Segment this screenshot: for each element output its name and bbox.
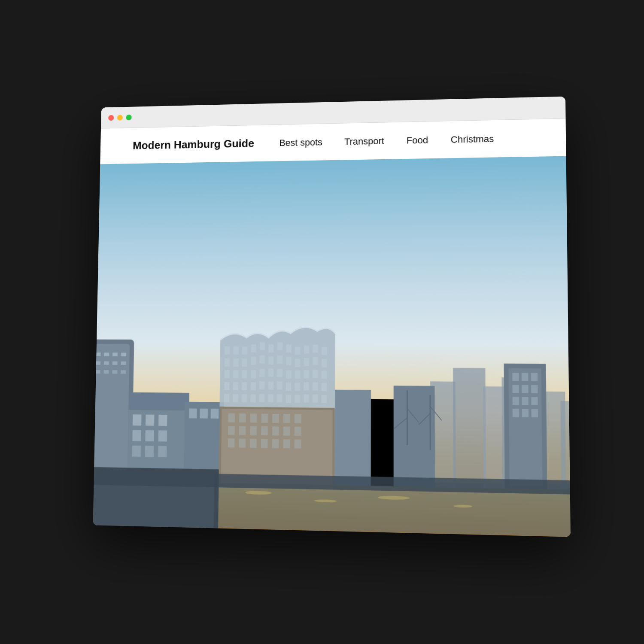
svg-rect-107 <box>224 394 229 402</box>
svg-rect-95 <box>224 382 229 390</box>
nav-links: Best spots Transport Food Christmas <box>279 133 494 148</box>
svg-rect-13 <box>95 361 100 365</box>
svg-rect-81 <box>313 357 318 365</box>
svg-rect-46 <box>239 426 246 435</box>
nav-item-transport: Transport <box>344 135 384 147</box>
svg-rect-72 <box>233 358 238 367</box>
svg-rect-133 <box>513 409 519 417</box>
nav-link-food[interactable]: Food <box>407 134 428 146</box>
nav-link-best-spots[interactable]: Best spots <box>279 137 322 148</box>
svg-rect-69 <box>313 345 318 353</box>
svg-rect-33 <box>189 409 197 419</box>
svg-rect-63 <box>260 342 265 350</box>
minimize-button[interactable] <box>117 115 123 121</box>
svg-rect-64 <box>268 345 273 353</box>
svg-rect-43 <box>283 414 290 423</box>
svg-rect-41 <box>261 414 268 423</box>
svg-rect-61 <box>242 347 247 355</box>
maximize-button[interactable] <box>126 114 131 120</box>
svg-rect-96 <box>233 382 238 390</box>
svg-rect-79 <box>295 359 301 367</box>
svg-rect-68 <box>304 346 310 354</box>
nav-link-christmas[interactable]: Christmas <box>451 133 494 145</box>
svg-rect-48 <box>261 426 268 435</box>
svg-rect-110 <box>250 395 255 403</box>
svg-rect-27 <box>145 430 154 441</box>
svg-rect-53 <box>239 439 246 448</box>
svg-rect-20 <box>121 371 126 374</box>
svg-rect-19 <box>112 371 117 374</box>
svg-rect-100 <box>268 382 274 390</box>
svg-rect-105 <box>313 383 318 391</box>
svg-rect-59 <box>225 346 230 355</box>
svg-rect-115 <box>295 395 300 403</box>
svg-rect-24 <box>146 415 154 426</box>
browser-window: Modern Hamburg Guide Best spots Transpor… <box>93 97 571 537</box>
svg-rect-51 <box>295 427 301 436</box>
svg-rect-23 <box>133 415 141 426</box>
svg-rect-29 <box>132 446 141 457</box>
svg-rect-89 <box>277 369 283 377</box>
hero-image <box>93 156 571 537</box>
svg-rect-109 <box>242 395 247 403</box>
close-button[interactable] <box>108 115 114 121</box>
svg-rect-127 <box>512 385 519 393</box>
svg-rect-57 <box>283 439 290 448</box>
nav-link-transport[interactable]: Transport <box>344 135 384 146</box>
svg-rect-117 <box>313 395 318 403</box>
svg-rect-14 <box>104 361 109 365</box>
scene: Modern Hamburg Guide Best spots Transpor… <box>64 64 580 580</box>
svg-rect-49 <box>272 427 279 436</box>
svg-rect-111 <box>259 394 265 402</box>
svg-rect-11 <box>112 353 118 356</box>
svg-rect-106 <box>322 383 327 391</box>
svg-rect-34 <box>200 409 208 419</box>
svg-rect-91 <box>295 371 301 379</box>
svg-rect-128 <box>522 385 528 393</box>
svg-rect-132 <box>531 397 538 406</box>
svg-rect-62 <box>251 344 256 352</box>
svg-rect-71 <box>225 358 230 367</box>
svg-rect-30 <box>145 446 154 457</box>
svg-rect-17 <box>95 370 100 374</box>
svg-rect-10 <box>104 353 109 356</box>
svg-rect-70 <box>322 347 327 355</box>
svg-rect-65 <box>277 343 283 351</box>
svg-rect-25 <box>158 415 167 426</box>
svg-rect-119 <box>334 390 371 486</box>
svg-rect-67 <box>295 347 301 355</box>
svg-rect-121 <box>394 386 435 487</box>
svg-rect-84 <box>233 370 238 378</box>
svg-rect-77 <box>277 356 283 364</box>
svg-rect-78 <box>286 357 292 365</box>
svg-rect-124 <box>512 373 519 381</box>
svg-rect-87 <box>259 369 264 377</box>
svg-rect-26 <box>132 430 141 441</box>
svg-rect-3 <box>483 386 504 489</box>
svg-rect-90 <box>286 371 292 379</box>
svg-rect-97 <box>242 383 247 391</box>
svg-rect-31 <box>158 446 167 457</box>
cityscape-svg <box>93 249 571 537</box>
svg-rect-114 <box>286 395 292 403</box>
svg-rect-50 <box>283 427 290 436</box>
svg-rect-135 <box>532 409 538 418</box>
svg-rect-45 <box>228 426 235 435</box>
svg-rect-80 <box>304 358 310 366</box>
svg-rect-86 <box>251 371 256 379</box>
nav-item-food: Food <box>407 134 428 146</box>
svg-rect-131 <box>522 397 528 406</box>
svg-rect-92 <box>304 370 309 378</box>
svg-rect-98 <box>250 383 255 391</box>
svg-rect-16 <box>121 361 126 365</box>
svg-rect-82 <box>322 359 327 368</box>
svg-rect-76 <box>268 357 273 365</box>
svg-rect-42 <box>272 414 279 423</box>
svg-rect-73 <box>242 359 247 367</box>
svg-rect-130 <box>513 397 519 405</box>
svg-rect-54 <box>250 439 257 448</box>
svg-rect-85 <box>242 371 247 379</box>
site-title[interactable]: Modern Hamburg Guide <box>133 137 254 152</box>
svg-rect-125 <box>522 373 528 381</box>
svg-rect-44 <box>295 414 301 423</box>
